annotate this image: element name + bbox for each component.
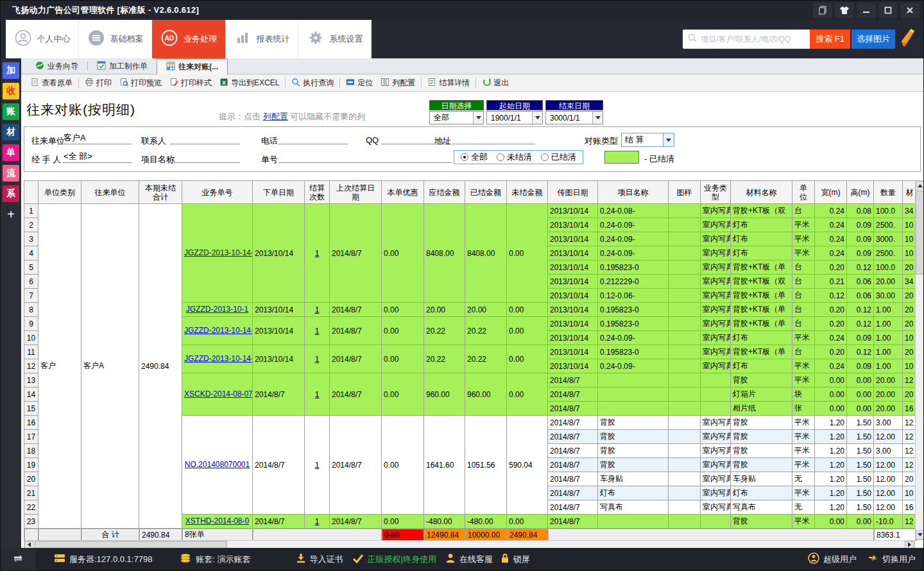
last-settle-date-cell[interactable]: 2014/8/7 xyxy=(330,317,382,345)
table-cell[interactable]: 背胶 xyxy=(731,430,792,444)
table-cell[interactable]: 0.00 xyxy=(815,388,847,402)
table-cell[interactable]: 0.00 xyxy=(847,515,874,529)
table-cell[interactable]: 背胶+KT板（单 xyxy=(731,260,792,275)
order-date-cell[interactable]: 2013/10/14 xyxy=(253,345,305,373)
table-cell[interactable]: 0.195823-0 xyxy=(598,317,669,331)
table-cell[interactable]: 室内写真 xyxy=(701,331,731,345)
vertical-scrollbar[interactable] xyxy=(915,180,924,540)
export-excel-button[interactable]: X 导出到EXCEL xyxy=(216,76,283,90)
table-cell[interactable]: 1.00 xyxy=(874,303,903,317)
table-cell[interactable]: 室内写真 xyxy=(701,444,731,458)
table-cell[interactable]: 背胶+KT板（双 xyxy=(731,275,792,289)
table-cell[interactable]: 背胶 xyxy=(598,416,669,430)
unsettled-amount-cell[interactable]: 0.00 xyxy=(507,515,548,529)
table-cell[interactable]: 0.12 xyxy=(847,345,874,359)
table-cell[interactable]: 1.50 xyxy=(847,472,874,486)
settled-amount-cell[interactable]: 20.00 xyxy=(465,303,507,317)
table-cell[interactable] xyxy=(669,218,701,232)
column-header[interactable]: 本单优惠 xyxy=(382,181,424,204)
row-number[interactable]: 20 xyxy=(24,472,38,486)
table-cell[interactable]: 1.50 xyxy=(847,444,874,458)
due-amount-cell[interactable]: 20.22 xyxy=(424,345,465,373)
print-preview-button[interactable]: 打印预览 xyxy=(116,76,166,90)
table-cell[interactable] xyxy=(669,458,701,472)
table-cell[interactable]: 车身贴 xyxy=(731,472,792,486)
order-date-cell[interactable]: 2013/10/14 xyxy=(253,204,305,303)
table-cell[interactable]: 室内写真 xyxy=(701,359,731,373)
table-cell[interactable]: 0.20 xyxy=(815,317,847,331)
table-cell[interactable]: 平米 xyxy=(792,444,815,458)
table-cell[interactable]: 室内写真 xyxy=(701,204,731,218)
table-cell[interactable]: 100.0 xyxy=(874,204,903,218)
column-header[interactable]: 下单日期 xyxy=(253,181,305,204)
table-cell[interactable]: 0.00 xyxy=(847,373,874,388)
discount-cell[interactable]: 0.00 xyxy=(382,317,424,345)
column-header[interactable]: 高(m) xyxy=(847,181,874,204)
contact-field[interactable] xyxy=(169,132,240,144)
column-header[interactable]: 单 位 xyxy=(792,181,815,204)
unsettled-amount-cell[interactable]: 0.00 xyxy=(507,317,548,345)
table-cell[interactable]: 1.00 xyxy=(874,345,903,359)
table-cell[interactable]: 灯布 xyxy=(598,486,669,500)
table-cell[interactable]: 0.20 xyxy=(815,345,847,359)
date-select-dropdown[interactable]: 全部 xyxy=(429,111,484,124)
table-cell[interactable] xyxy=(669,246,701,260)
table-cell[interactable]: 台 xyxy=(792,317,815,331)
table-cell[interactable]: 3.00 xyxy=(874,444,903,458)
table-cell[interactable]: 0.12 xyxy=(847,303,874,317)
table-cell[interactable]: 室内写真 xyxy=(701,246,731,260)
table-cell[interactable]: 2014/8/7 xyxy=(548,430,598,444)
table-cell[interactable]: 0.09 xyxy=(847,359,874,373)
table-cell[interactable]: 2013/10/14 xyxy=(548,232,598,246)
row-number[interactable]: 12 xyxy=(24,359,38,373)
lock-screen-button[interactable]: 锁屏 xyxy=(501,553,530,565)
print-button[interactable]: 打印 xyxy=(81,76,116,90)
table-cell[interactable]: 灯布 xyxy=(731,232,792,246)
table-cell[interactable]: 2014/8/7 xyxy=(548,458,598,472)
settled-amount-cell[interactable]: 1051.56 xyxy=(465,416,507,515)
settled-amount-cell[interactable]: 20.22 xyxy=(465,345,507,373)
table-cell[interactable]: 1.00 xyxy=(874,317,903,331)
table-cell[interactable]: 背胶+KT板（单 xyxy=(731,317,792,331)
table-cell[interactable]: 2013/10/14 xyxy=(548,289,598,303)
table-cell[interactable]: 30.00 xyxy=(874,289,903,303)
table-cell[interactable] xyxy=(669,303,701,317)
reconcile-type-select[interactable]: 结 算 xyxy=(621,133,674,147)
table-cell[interactable]: 背胶+KT板（单 xyxy=(731,345,792,359)
table-cell[interactable]: 100.0 xyxy=(874,260,903,275)
table-cell[interactable]: 0.195823-0 xyxy=(598,303,669,317)
table-cell[interactable]: 灯箱片 xyxy=(731,388,792,402)
unit-type-cell[interactable]: 客户 xyxy=(38,204,81,529)
table-cell[interactable] xyxy=(669,359,701,373)
last-settle-date-cell[interactable]: 2014/8/7 xyxy=(330,204,382,303)
table-cell[interactable]: 灯布 xyxy=(731,331,792,345)
settle-times-cell[interactable]: 1 xyxy=(305,416,330,515)
table-cell[interactable]: 0.08 xyxy=(847,204,874,218)
due-amount-cell[interactable]: 960.00 xyxy=(424,373,465,416)
last-settle-date-cell[interactable]: 2014/8/7 xyxy=(330,373,382,416)
customer-field[interactable] xyxy=(62,132,132,144)
order-no-cell[interactable]: JGZZD-2013-10-14-004 xyxy=(182,204,253,303)
column-header[interactable]: 单位类别 xyxy=(38,181,81,204)
table-cell[interactable]: 室内写真 xyxy=(701,500,731,515)
column-header[interactable]: 上次结算日 期 xyxy=(330,181,382,204)
column-header[interactable]: 业务类型 xyxy=(701,181,731,204)
table-cell[interactable]: 平米 xyxy=(792,416,815,430)
settled-amount-cell[interactable]: 20.22 xyxy=(465,317,507,345)
nav-item-business[interactable]: AD 业务处理 xyxy=(152,20,225,58)
table-cell[interactable] xyxy=(701,515,731,529)
order-no-cell[interactable]: XSTHD-2014-08-0 xyxy=(182,515,253,529)
table-cell[interactable]: 0.20 xyxy=(815,260,847,275)
table-cell[interactable]: 2013/10/14 xyxy=(548,331,598,345)
row-number[interactable]: 2 xyxy=(24,218,38,232)
table-cell[interactable]: 2500. xyxy=(874,218,903,232)
column-config-link[interactable]: 列配置 xyxy=(263,112,288,121)
table-cell[interactable]: 2014/8/7 xyxy=(548,416,598,430)
row-number[interactable]: 16 xyxy=(24,416,38,430)
last-settle-date-cell[interactable]: 2014/8/7 xyxy=(330,515,382,529)
table-cell[interactable] xyxy=(669,204,701,218)
settle-times-link[interactable]: 1 xyxy=(315,305,320,314)
settled-amount-cell[interactable]: 960.00 xyxy=(465,373,507,416)
table-cell[interactable] xyxy=(598,402,669,416)
order-no-cell[interactable]: NO.201408070001 xyxy=(182,416,253,515)
